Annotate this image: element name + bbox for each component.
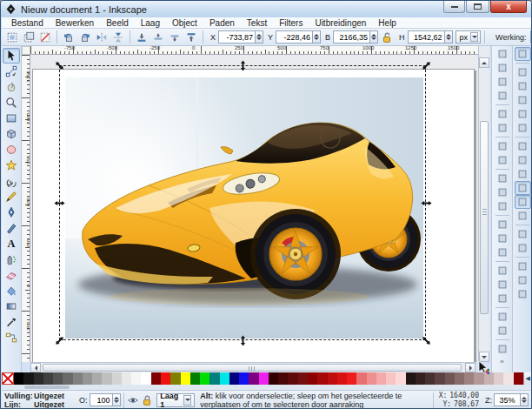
palette-swatch-730f0f[interactable]: [298, 372, 308, 385]
lower-to-bottom[interactable]: [134, 30, 150, 44]
select-all-layers[interactable]: [21, 30, 37, 44]
cmdbar-redo[interactable]: [494, 153, 511, 167]
snapbar-snap-page-border[interactable]: [515, 259, 531, 273]
palette-swatch-2b2b2b[interactable]: [34, 372, 43, 385]
snapbar-snap-line-midpoint[interactable]: [515, 209, 531, 223]
deselect[interactable]: [37, 30, 53, 44]
opacity-spin-arrows[interactable]: [112, 393, 121, 406]
height-spinbox[interactable]: [408, 30, 453, 44]
tool-spiral[interactable]: [3, 173, 20, 189]
palette-swatch-5c4242[interactable]: [435, 372, 444, 385]
unit-dropdown-arrow[interactable]: [470, 32, 478, 42]
menu-help[interactable]: Help: [372, 18, 402, 28]
tool-text[interactable]: [3, 236, 20, 251]
stroke-value[interactable]: Uitgezet: [34, 400, 76, 409]
cmdbar-group[interactable]: [494, 310, 511, 324]
tool-pencil[interactable]: [3, 189, 20, 204]
palette-swatch-300000[interactable]: [269, 372, 278, 385]
tool-gradient[interactable]: [3, 298, 20, 314]
snapbar-snap-object-center[interactable]: [515, 227, 531, 241]
cmdbar-undo[interactable]: [494, 139, 511, 153]
tool-star[interactable]: [3, 158, 20, 173]
palette-swatch-c9b1b1[interactable]: [484, 372, 494, 385]
cmdbar-import[interactable]: [494, 107, 511, 121]
minimize-button[interactable]: [443, 1, 465, 13]
y-spin-arrows[interactable]: [312, 30, 321, 44]
palette-swatch-ffffff[interactable]: [141, 372, 150, 385]
width-input[interactable]: [333, 30, 369, 44]
palette-swatch-fbd9d9[interactable]: [396, 372, 405, 385]
tool-paint-bucket[interactable]: [3, 283, 20, 298]
palette-swatch-f0e4e4[interactable]: [503, 372, 513, 385]
y-input[interactable]: [276, 30, 312, 44]
zoom-spinbox[interactable]: [494, 393, 529, 406]
palette-swatch-a40808[interactable]: [317, 372, 327, 385]
snapbar-snap-path-intersection[interactable]: [515, 167, 531, 181]
tool-dropper[interactable]: [3, 314, 20, 330]
cmdbar-zoom-page[interactable]: [494, 245, 511, 259]
palette-swatch-007f00[interactable]: [190, 372, 200, 385]
close-button[interactable]: x: [490, 1, 527, 13]
cmdbar-zoom-drawing[interactable]: [494, 231, 511, 245]
palette-swatch-ee22ee[interactable]: [259, 372, 269, 385]
cmdbar-copy[interactable]: [494, 171, 511, 185]
layer-lock-button[interactable]: [140, 393, 154, 407]
palette-swatch-7f0000[interactable]: [151, 372, 161, 385]
canvas-viewport[interactable]: [30, 55, 478, 362]
width-spinbox[interactable]: [333, 30, 378, 44]
snapbar-snap-nodes[interactable]: [515, 139, 531, 153]
palette-swatch-bfbfbf[interactable]: [102, 372, 111, 385]
x-input[interactable]: [218, 30, 255, 44]
palette-swatch-1111ee[interactable]: [239, 372, 249, 385]
snapbar-snap-guide[interactable]: [515, 287, 531, 301]
tool-calligraphy[interactable]: [3, 220, 20, 236]
maximize-button[interactable]: [466, 1, 489, 13]
selection-handle-bottom[interactable]: [237, 335, 249, 346]
palette-swatch-473030[interactable]: [425, 372, 435, 385]
palette-swatch-555555[interactable]: [53, 372, 63, 385]
snapbar-snap-enable[interactable]: [515, 47, 531, 61]
unit-dropdown[interactable]: px: [456, 30, 482, 44]
menu-laag[interactable]: Laag: [135, 18, 166, 28]
rotate-cw[interactable]: [77, 30, 93, 44]
cmdbar-export[interactable]: [494, 121, 511, 135]
snapbar-snap-bbox-center[interactable]: [515, 121, 531, 135]
palette-swatch-7f007f[interactable]: [249, 372, 258, 385]
palette-swatch-8b0000[interactable]: [308, 372, 317, 385]
palette-swatch-876a6a[interactable]: [455, 372, 464, 385]
palette-swatch-007f7f[interactable]: [209, 372, 219, 385]
tool-zoom[interactable]: [3, 95, 20, 111]
cmdbar-zoom-selection[interactable]: [494, 218, 511, 231]
cmdbar-print[interactable]: [494, 89, 511, 103]
palette-swatch-00e5e5[interactable]: [220, 372, 229, 385]
width-spin-arrows[interactable]: [369, 30, 378, 44]
palette-swatch-00dd00[interactable]: [200, 372, 209, 385]
palette-swatch-9d8181[interactable]: [464, 372, 474, 385]
palette-swatch-aaaaaa[interactable]: [92, 372, 102, 385]
palette-swatch-ee1c1c[interactable]: [347, 372, 356, 385]
tool-tweak[interactable]: [3, 79, 20, 95]
tool-rectangle[interactable]: [3, 111, 20, 126]
palette-swatch-808080[interactable]: [73, 372, 83, 385]
tool-connector[interactable]: [3, 330, 20, 345]
scroll-up-button[interactable]: [479, 57, 489, 68]
menu-bewerken[interactable]: Bewerken: [50, 18, 100, 28]
opacity-input[interactable]: [90, 393, 112, 406]
fill-value[interactable]: Uitgezet: [34, 392, 76, 400]
palette-swatch-e9e9e9[interactable]: [122, 372, 131, 385]
snapbar-snap-rotation-center[interactable]: [515, 241, 531, 255]
flip-vertical[interactable]: [110, 30, 126, 44]
x-spinbox[interactable]: [218, 30, 263, 44]
menu-object[interactable]: Object: [166, 18, 203, 28]
snapbar-snap-bbox-edge[interactable]: [515, 79, 531, 93]
palette-swatch-404040[interactable]: [43, 372, 53, 385]
cmdbar-unlink-clone[interactable]: [494, 292, 511, 305]
menu-uitbreidingen[interactable]: Uitbreidingen: [309, 18, 372, 28]
palette-swatch-ef9090[interactable]: [367, 372, 376, 385]
x-spin-arrows[interactable]: [255, 30, 263, 44]
selection-handle-top[interactable]: [237, 60, 249, 71]
vertical-scrollbar[interactable]: [478, 46, 489, 362]
raise-to-top[interactable]: [183, 30, 199, 44]
menu-filters[interactable]: Filters: [273, 18, 309, 28]
height-spin-arrows[interactable]: [444, 30, 453, 44]
